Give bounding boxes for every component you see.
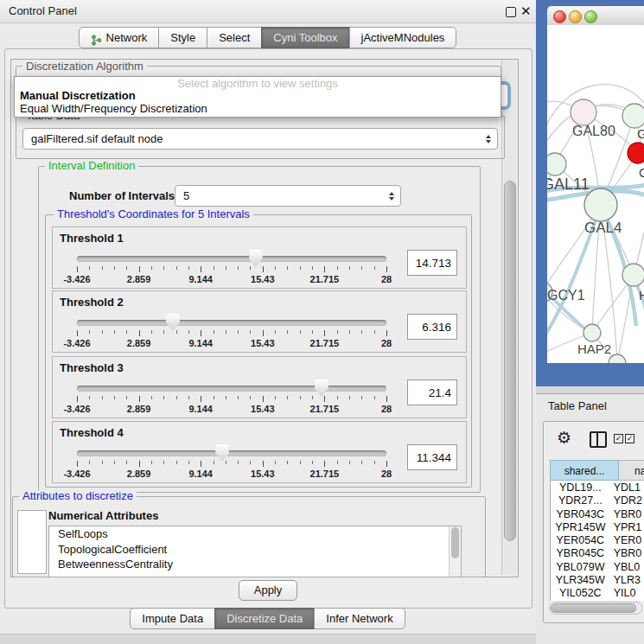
cell-name[interactable]: YIL0 (611, 587, 644, 600)
apply-button[interactable]: Apply (239, 580, 297, 601)
number-of-intervals-combobox[interactable]: 5 (175, 185, 401, 207)
threshold-3-label: Threshold 3 (60, 361, 124, 374)
cell-shared-name[interactable]: YPR145W (550, 521, 611, 534)
slider-thumb[interactable] (215, 444, 229, 462)
column-header-name[interactable]: name (619, 460, 644, 481)
table-data-combobox[interactable]: galFiltered.sif default node (22, 128, 498, 150)
select-all-checkbox-icon[interactable]: ✓ (614, 434, 623, 443)
tick-label: 28 (381, 338, 392, 348)
slider-thumb[interactable] (315, 379, 328, 397)
column-header-shared-name[interactable]: shared... (550, 460, 619, 481)
threshold-1-value-input[interactable]: 14.713 (407, 250, 457, 276)
tab-discretize-data[interactable]: Discretize Data (214, 608, 315, 629)
cell-name[interactable]: YER0 (611, 534, 644, 547)
slider-tick-labels: -3.426 2.859 9.144 15.43 21.715 28 (77, 469, 386, 479)
node-hap2[interactable] (583, 324, 601, 341)
cell-shared-name[interactable]: YBR045C (550, 547, 611, 560)
tick-label: 2.859 (127, 469, 151, 479)
table-row[interactable]: YER054CYER0 (550, 534, 644, 547)
scrollbar-thumb[interactable] (451, 527, 459, 558)
threshold-2-slider[interactable] (77, 320, 386, 326)
node-red-selected[interactable] (628, 143, 644, 163)
cell-name[interactable]: YDR2 (611, 494, 644, 507)
list-item-betweennesscentrality[interactable]: BetweennessCentrality (49, 557, 461, 572)
tick-label: 9.144 (188, 404, 213, 414)
tab-impute-data[interactable]: Impute Data (130, 608, 215, 629)
cell-shared-name[interactable]: YBL079W (550, 561, 611, 574)
threshold-4-block: Threshold 4 -3.426 2.859 9.144 15.43 21.… (52, 421, 467, 483)
table-row[interactable]: YLR345WYLR3 (550, 574, 644, 587)
list-item-topologicalcoefficient[interactable]: TopologicalCoefficient (49, 542, 461, 558)
cell-name[interactable]: YPR1 (611, 521, 644, 534)
close-traffic-light-icon[interactable] (553, 10, 566, 23)
attributes-list-scrollbar[interactable] (449, 526, 461, 577)
table-horizontal-scrollbar[interactable] (549, 602, 642, 615)
tick-label: 21.715 (310, 338, 340, 348)
cell-shared-name[interactable]: YIL052C (550, 587, 611, 600)
cell-name[interactable]: YLR3 (611, 574, 644, 587)
table-row[interactable]: YDL19...YDL1 (550, 481, 644, 494)
node-label-partial-mid: C (639, 165, 644, 180)
network-window-titlebar[interactable] (547, 6, 644, 26)
cell-shared-name[interactable]: YDL19... (550, 481, 611, 494)
list-item-selfloops[interactable]: SelfLoops (49, 526, 461, 542)
tick-label: 28 (381, 469, 392, 479)
node-partial-top-right[interactable] (622, 104, 644, 128)
numerical-attributes-list[interactable]: SelfLoops TopologicalCoefficient Between… (48, 526, 462, 577)
slider-thumb[interactable] (166, 314, 180, 331)
tab-network[interactable]: Network (79, 27, 160, 48)
slider-tick-labels: -3.426 2.859 9.144 15.43 21.715 28 (77, 404, 386, 414)
close-icon[interactable]: ✕ (520, 3, 532, 20)
table-row[interactable]: YPR145WYPR1 (550, 521, 644, 534)
cell-shared-name[interactable]: YBR043C (550, 508, 611, 521)
network-canvas[interactable]: GAL80 G C GAL11 GAL4 GCY1 H HAP2 (547, 25, 644, 363)
table-row[interactable]: YBR043CYBR0 (550, 508, 644, 521)
dropdown-option-equal-width-frequency[interactable]: Equal Width/Frequency Discretization (15, 102, 501, 115)
cell-shared-name[interactable]: YER054C (550, 534, 611, 547)
cell-name[interactable]: YBR0 (611, 508, 644, 521)
select-none-checkbox-icon[interactable]: ✓ (625, 434, 634, 443)
cell-name[interactable]: YDL1 (611, 481, 644, 494)
node-gal4[interactable] (584, 188, 617, 221)
table-row[interactable]: YIL052CYIL0 (550, 587, 644, 600)
cell-name[interactable]: YBR0 (611, 547, 644, 560)
threshold-2-label: Threshold 2 (60, 296, 124, 309)
tab-select[interactable]: Select (207, 27, 262, 48)
tab-style[interactable]: Style (158, 27, 207, 48)
cell-shared-name[interactable]: YLR345W (550, 574, 611, 587)
table-row[interactable]: YDR27...YDR2 (550, 494, 644, 507)
zoom-traffic-light-icon[interactable] (584, 10, 597, 23)
tab-network-label: Network (106, 28, 148, 48)
threshold-1-slider[interactable] (77, 256, 386, 262)
scrollbar-thumb[interactable] (504, 181, 516, 541)
tab-cyni-toolbox[interactable]: Cyni Toolbox (261, 27, 349, 48)
control-panel-window: Control Panel ✕ Network Style (0, 0, 536, 634)
tick-label: 21.715 (310, 274, 340, 284)
threshold-4-value-input[interactable]: 11.344 (407, 444, 457, 470)
node-gal80[interactable] (571, 99, 596, 125)
gear-icon[interactable]: ⚙ (557, 428, 571, 447)
cell-shared-name[interactable]: YDR27... (550, 494, 611, 507)
dropdown-option-manual-discretization[interactable]: Manual Discretization (15, 89, 501, 102)
threshold-4-slider[interactable] (77, 450, 386, 456)
tab-infer-network[interactable]: Infer Network (314, 608, 405, 629)
slider-thumb[interactable] (249, 250, 263, 267)
node-gal11[interactable] (547, 153, 566, 175)
scrollbar-thumb[interactable] (551, 603, 636, 613)
threshold-3-slider[interactable] (77, 386, 386, 392)
table-row[interactable]: YBR045CYBR0 (550, 547, 644, 560)
cell-name[interactable]: YBL0 (611, 561, 644, 574)
tick-label: 28 (381, 404, 392, 414)
node-partial-right[interactable] (622, 264, 644, 286)
threshold-coordinates-label: Threshold's Coordinates for 5 Intervals (54, 208, 253, 220)
tick-label: -3.426 (63, 274, 90, 284)
minimize-traffic-light-icon[interactable] (569, 10, 582, 23)
columns-icon[interactable] (590, 431, 607, 448)
tab-jactivemnodules[interactable]: jActiveMNodules (349, 27, 457, 48)
threshold-2-value-input[interactable]: 6.316 (407, 314, 457, 340)
node-label-partial-top: G (637, 126, 644, 141)
attributes-group-label: Attributes to discretize (19, 490, 137, 502)
threshold-3-value-input[interactable]: 21.4 (407, 379, 457, 405)
table-row[interactable]: YBL079WYBL0 (550, 561, 644, 574)
float-window-icon[interactable] (506, 7, 516, 17)
